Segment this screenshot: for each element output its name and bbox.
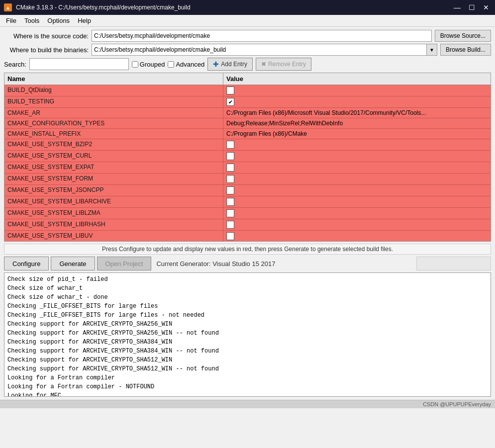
generate-button[interactable]: Generate <box>51 257 95 270</box>
table-body: BUILD_QtDialogBUILD_TESTING✔CMAKE_ARC:/P… <box>4 85 491 242</box>
table-row[interactable]: CMAKE_USE_SYSTEM_CURL <box>4 151 491 162</box>
configure-button[interactable]: Configure <box>4 257 49 270</box>
row-value <box>223 208 491 219</box>
menu-file[interactable]: File <box>2 16 20 25</box>
row-name: CMAKE_USE_SYSTEM_JSONCPP <box>4 185 223 196</box>
entries-table: Name Value BUILD_QtDialogBUILD_TESTING✔C… <box>4 73 491 242</box>
row-value <box>223 139 491 150</box>
table-row[interactable]: CMAKE_USE_SYSTEM_LIBUV <box>4 231 491 242</box>
action-row: Configure Generate Open Project Current … <box>4 257 491 270</box>
menu-tools[interactable]: Tools <box>20 16 43 25</box>
table-row[interactable]: CMAKE_USE_SYSTEM_BZIP2 <box>4 139 491 151</box>
table-row[interactable]: CMAKE_ARC:/Program Files (x86)/Microsoft… <box>4 108 491 118</box>
table-row[interactable]: CMAKE_USE_SYSTEM_LIBLZMA <box>4 208 491 219</box>
add-entry-label: Add Entry <box>221 61 247 68</box>
row-checkbox[interactable] <box>226 141 234 149</box>
row-value <box>223 196 491 207</box>
log-line: Check size of wchar_t - done <box>7 293 488 302</box>
log-line: Looking for a Fortran compiler - NOTFOUN… <box>7 382 488 391</box>
plus-icon: ✚ <box>213 60 219 68</box>
build-dropdown-arrow[interactable]: ▼ <box>426 44 437 56</box>
menu-help[interactable]: Help <box>74 16 95 25</box>
title-bar: ▲ CMake 3.18.3 - C:/Users/betsy.mcphail/… <box>0 0 495 15</box>
log-area[interactable]: Check size of pid_t - failedCheck size o… <box>4 272 491 397</box>
grouped-label: Grouped <box>140 61 165 68</box>
build-row: Where to build the binaries: ▼ Browse Bu… <box>4 44 491 56</box>
row-name: CMAKE_USE_SYSTEM_FORM <box>4 174 223 184</box>
grouped-checkbox[interactable] <box>132 61 138 68</box>
row-name: CMAKE_USE_SYSTEM_LIBARCHIVE <box>4 196 223 207</box>
bottom-bar: CSDN @UPUPUPEveryday <box>0 400 495 408</box>
row-checkbox[interactable] <box>226 221 234 229</box>
row-checkbox[interactable] <box>226 164 234 172</box>
row-value: ✔ <box>223 96 491 107</box>
build-dropdown: ▼ <box>92 44 437 56</box>
row-checkbox[interactable] <box>226 87 234 94</box>
table-row[interactable]: CMAKE_USE_SYSTEM_LIBRHASH <box>4 219 491 231</box>
row-value <box>223 219 491 230</box>
row-checkbox[interactable]: ✔ <box>226 98 234 106</box>
row-checkbox[interactable] <box>226 232 234 240</box>
table-row[interactable]: CMAKE_USE_SYSTEM_FORM <box>4 174 491 185</box>
advanced-label: Advanced <box>176 61 204 68</box>
row-value <box>223 162 491 173</box>
table-row[interactable]: BUILD_TESTING✔ <box>4 96 491 108</box>
row-checkbox[interactable] <box>226 152 234 160</box>
title-bar-title: CMake 3.18.3 - C:/Users/betsy.mcphail/de… <box>16 4 448 11</box>
row-checkbox[interactable] <box>226 209 234 217</box>
close-button[interactable]: ✕ <box>481 3 491 11</box>
main-content: Where is the source code: Browse Source.… <box>0 27 495 400</box>
add-entry-button[interactable]: ✚ Add Entry <box>207 58 253 71</box>
row-checkbox[interactable] <box>226 186 234 194</box>
row-name: CMAKE_USE_SYSTEM_LIBUV <box>4 231 223 242</box>
row-value: C:/Program Files (x86)/Microsoft Visual … <box>223 108 491 118</box>
row-value <box>223 185 491 196</box>
source-row: Where is the source code: Browse Source.… <box>4 30 491 42</box>
row-name: CMAKE_USE_SYSTEM_LIBLZMA <box>4 208 223 219</box>
row-name: CMAKE_AR <box>4 108 223 118</box>
status-text: Press Configure to update and display ne… <box>102 246 393 253</box>
row-value <box>223 85 491 96</box>
row-name: CMAKE_USE_SYSTEM_BZIP2 <box>4 139 223 150</box>
menu-options[interactable]: Options <box>43 16 74 25</box>
row-value <box>223 151 491 162</box>
progress-bar-placeholder <box>416 257 491 270</box>
minimize-button[interactable]: — <box>452 3 463 11</box>
grouped-checkbox-label[interactable]: Grouped <box>132 61 165 68</box>
row-name: CMAKE_INSTALL_PREFIX <box>4 129 223 139</box>
log-line: Looking for MFC <box>7 391 488 397</box>
advanced-checkbox-label[interactable]: Advanced <box>168 61 204 68</box>
app-icon: ▲ <box>4 3 12 11</box>
log-line: Checking support for ARCHIVE_CRYPTO_SHA5… <box>7 364 488 373</box>
browse-source-button[interactable]: Browse Source... <box>435 30 491 42</box>
log-line: Check size of wchar_t <box>7 284 488 293</box>
row-checkbox[interactable] <box>226 198 234 206</box>
log-line: Checking support for ARCHIVE_CRYPTO_SHA2… <box>7 320 488 329</box>
table-row[interactable]: CMAKE_CONFIGURATION_TYPESDebug;Release;M… <box>4 118 491 129</box>
status-bar: Press Configure to update and display ne… <box>4 244 491 255</box>
col-value-header: Value <box>223 73 491 85</box>
build-input[interactable] <box>92 44 426 56</box>
remove-entry-button[interactable]: ✖ Remove Entry <box>256 58 311 71</box>
browse-build-button[interactable]: Browse Build... <box>440 44 491 56</box>
table-row[interactable]: CMAKE_USE_SYSTEM_EXPAT <box>4 162 491 174</box>
table-row[interactable]: CMAKE_USE_SYSTEM_LIBARCHIVE <box>4 196 491 208</box>
search-input[interactable] <box>29 58 129 70</box>
table-row[interactable]: CMAKE_USE_SYSTEM_JSONCPP <box>4 185 491 196</box>
log-line: Looking for a Fortran compiler <box>7 373 488 382</box>
source-input[interactable] <box>92 30 432 42</box>
menu-bar: File Tools Options Help <box>0 15 495 27</box>
generator-label: Current Generator: Visual Studio 15 2017 <box>153 260 275 268</box>
search-label: Search: <box>4 61 26 68</box>
remove-entry-label: Remove Entry <box>268 61 306 68</box>
log-line: Checking _FILE_OFFSET_BITS for large fil… <box>7 302 488 311</box>
advanced-checkbox[interactable] <box>168 61 174 68</box>
open-project-button[interactable]: Open Project <box>97 257 152 270</box>
row-name: CMAKE_USE_SYSTEM_LIBRHASH <box>4 219 223 230</box>
row-checkbox[interactable] <box>226 175 234 183</box>
log-line: Checking support for ARCHIVE_CRYPTO_SHA5… <box>7 356 488 364</box>
maximize-button[interactable]: ☐ <box>467 3 477 11</box>
table-row[interactable]: CMAKE_INSTALL_PREFIXC:/Program Files (x8… <box>4 129 491 139</box>
table-row[interactable]: BUILD_QtDialog <box>4 85 491 96</box>
row-value: Debug;Release;MinSizeRel;RelWithDebInfo <box>223 118 491 128</box>
